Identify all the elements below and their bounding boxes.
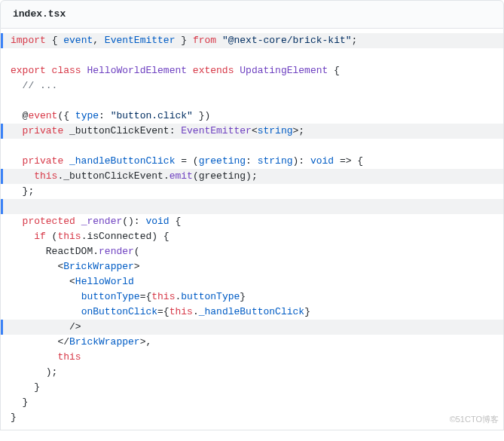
watermark: ©51CTO博客	[450, 412, 499, 427]
code-line: <BrickWrapper>	[1, 259, 503, 274]
blank-line	[1, 48, 503, 63]
code-line: <HelloWorld	[1, 274, 503, 289]
code-line: if (this.isConnected) {	[1, 229, 503, 244]
code-block: import { event, EventEmitter } from "@ne…	[0, 29, 504, 430]
code-line: onButtonClick={this._handleButtonClick}	[1, 305, 503, 320]
code-line: @event({ type: "button.click" })	[1, 109, 503, 124]
blank-line	[1, 199, 503, 214]
code-line: protected _render(): void {	[1, 214, 503, 229]
code-line: };	[1, 184, 503, 199]
code-line: />	[1, 320, 503, 335]
code-line: buttonType={this.buttonType}	[1, 289, 503, 305]
blank-line	[1, 139, 503, 154]
code-line: private _handleButtonClick = (greeting: …	[1, 154, 503, 169]
code-line: import { event, EventEmitter } from "@ne…	[1, 33, 503, 48]
file-header: index.tsx	[0, 0, 504, 29]
code-line: private _buttonClickEvent: EventEmitter<…	[1, 124, 503, 139]
code-line: }	[1, 395, 503, 410]
code-line: </BrickWrapper>,	[1, 335, 503, 350]
blank-line	[1, 93, 503, 109]
code-line: export class HelloWorldElement extends U…	[1, 63, 503, 78]
code-line: }	[1, 410, 503, 425]
code-line: this._buttonClickEvent.emit(greeting);	[1, 169, 503, 184]
code-line: ReactDOM.render(	[1, 244, 503, 259]
file-name: index.tsx	[13, 8, 66, 20]
code-line: );	[1, 365, 503, 380]
code-line: // ...	[1, 78, 503, 93]
code-line: }	[1, 380, 503, 395]
code-line: this	[1, 350, 503, 365]
